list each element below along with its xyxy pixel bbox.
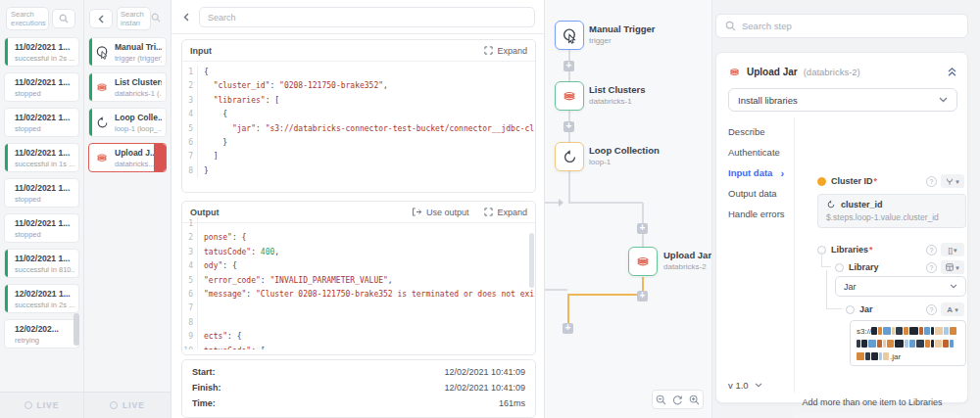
execution-item[interactable]: 11/02/2021 1...successful in 810... (4, 249, 79, 278)
line-number: 7 (182, 302, 198, 315)
execution-item[interactable]: 11/02/2021 1...successful in 2s ... (4, 37, 79, 67)
redacted-block (861, 340, 867, 348)
library-type-select[interactable]: Jar (835, 276, 966, 297)
object-type-button[interactable] (941, 260, 964, 274)
cluster-id-mapped-chip[interactable]: cluster_id $.steps.loop-1.value.cluster_… (817, 194, 966, 228)
reset-zoom-button[interactable] (672, 395, 683, 405)
nav-item-authenticate[interactable]: Authenticate (728, 142, 789, 163)
use-output-button[interactable]: Use output (412, 208, 469, 217)
execution-item[interactable]: 12/02/2021 1...successful in 2s ... (4, 284, 79, 313)
version-selector[interactable]: v 1.0 (728, 380, 762, 391)
step-item[interactable]: List Clustersdatabricks-1 (... (88, 72, 167, 102)
array-type-button[interactable] (941, 243, 964, 256)
help-icon[interactable] (926, 176, 937, 187)
execution-status: retrying (15, 336, 74, 345)
chevron-down-icon (939, 97, 948, 103)
execution-status: stopped (15, 124, 74, 133)
line-number: 6 (182, 288, 198, 302)
code-line: 1{ (182, 66, 535, 79)
output-json-viewer[interactable]: 12ponse": {3tatusCode": 400,4ody": {5"er… (182, 217, 535, 349)
line-content (198, 302, 535, 315)
code-line: 7 (182, 302, 535, 315)
node-loop-collection[interactable] (555, 142, 584, 171)
step-subtitle: databricks-1 (... (115, 89, 162, 98)
executions-live-toggle[interactable]: LIVE (0, 392, 83, 418)
input-json-viewer[interactable]: 1{2 "cluster_id": "0208-121750-brake352"… (182, 62, 535, 193)
node-label: Upload Jardatabricks-2 (663, 250, 711, 271)
finish-label: Finish: (192, 383, 221, 393)
code-line: 4ody": { (182, 259, 535, 273)
nav-item-output-data[interactable]: Output data (728, 183, 789, 204)
add-step-button[interactable] (637, 223, 648, 234)
nav-item-handle-errors[interactable]: Handle errors (728, 204, 789, 224)
code-line: 6"message": "Cluster 0208-121750-brake35… (182, 288, 535, 302)
operation-select[interactable]: Install libraries (728, 88, 957, 112)
execution-title: 11/02/2021 1... (15, 218, 74, 228)
input-section-header: Input Expand (182, 40, 535, 62)
collapse-panel-button[interactable] (947, 67, 957, 77)
execution-item[interactable]: 11/02/2021 1...successful in 1s ... (4, 143, 79, 172)
jar-value-textarea[interactable]: s3://.jar (850, 320, 966, 366)
jsonpath-value: $.steps.loop-1.value.cluster_id (826, 212, 957, 222)
step-item[interactable]: Loop Colle...loop-1 (loop_... (88, 108, 167, 137)
workflow-canvas[interactable]: Manual Triggertrigger List Clustersdatab… (545, 0, 712, 418)
search-executions-input[interactable]: Search executions (6, 7, 49, 30)
connector-line (545, 289, 567, 291)
search-step-input[interactable]: Search step (715, 14, 968, 38)
node-manual-trigger[interactable] (555, 21, 584, 50)
executions-scrollbar[interactable] (74, 313, 79, 346)
steps-live-toggle[interactable]: LIVE (84, 392, 171, 418)
node-upload-jar[interactable] (628, 247, 658, 276)
execution-item[interactable]: 11/02/2021 1...stopped (4, 108, 79, 137)
logs-search-input[interactable]: Search (199, 7, 535, 27)
step-item[interactable]: Upload J...databricks... (88, 143, 167, 172)
add-step-button[interactable] (563, 323, 573, 334)
nav-item-describe[interactable]: Describe (728, 121, 789, 142)
expand-output-button[interactable]: Expand (484, 208, 527, 217)
add-step-button[interactable] (564, 61, 574, 71)
databricks-icon (635, 254, 651, 269)
add-to-libraries-button[interactable]: Add to Libraries (793, 414, 961, 418)
expand-icon (484, 46, 493, 55)
back-button[interactable] (89, 9, 113, 28)
status-indicator (5, 320, 8, 348)
jar-value-prefix: s3:// (857, 327, 871, 336)
redacted-block (871, 352, 878, 360)
time-label: Time: (192, 398, 216, 408)
line-number: 8 (182, 316, 198, 330)
line-content: ects": { (198, 330, 535, 344)
chevron-left-icon[interactable] (183, 13, 190, 22)
zoom-out-button[interactable] (656, 395, 666, 405)
help-icon[interactable] (926, 304, 937, 315)
help-icon[interactable] (926, 245, 937, 255)
execution-item[interactable]: 11/02/2021 1...stopped (4, 213, 79, 243)
redacted-block (865, 352, 870, 360)
execution-status: stopped (15, 230, 74, 239)
execution-item[interactable]: 11/02/2021 1...stopped (4, 178, 79, 208)
add-step-button[interactable] (564, 121, 574, 132)
string-type-button[interactable] (941, 302, 964, 316)
start-value: 12/02/2021 10:41:09 (444, 367, 525, 377)
line-content: ody": { (198, 259, 535, 273)
expand-input-button[interactable]: Expand (484, 46, 527, 56)
line-content: tatusCode": [ (198, 345, 535, 349)
loop-return-arrow-icon (559, 199, 564, 207)
zoom-in-button[interactable] (689, 395, 700, 405)
help-icon[interactable] (926, 262, 937, 273)
code-line: 2ponse": { (182, 231, 535, 245)
search-steps-input[interactable]: Search instan (117, 7, 151, 30)
step-item[interactable]: Manual Tri...trigger (trigger) (88, 37, 167, 67)
node-list-clusters[interactable] (555, 81, 584, 111)
execution-item[interactable]: 12/02/202...retrying (4, 319, 79, 348)
search-executions-button[interactable] (52, 9, 75, 28)
output-scrollbar[interactable] (529, 233, 534, 288)
trigger-icon (562, 27, 578, 44)
jsonpath-type-button[interactable] (941, 174, 964, 188)
nav-item-input-data[interactable]: Input data (728, 163, 789, 183)
node-label: List Clustersdatabricks-1 (589, 84, 646, 106)
step-config-card: Upload Jar (databricks-2) Install librar… (715, 52, 968, 403)
redacted-block (905, 340, 908, 348)
execution-item[interactable]: 11/02/2021 1...stopped (4, 72, 79, 102)
add-step-button[interactable] (637, 291, 648, 302)
status-indicator (5, 73, 8, 101)
